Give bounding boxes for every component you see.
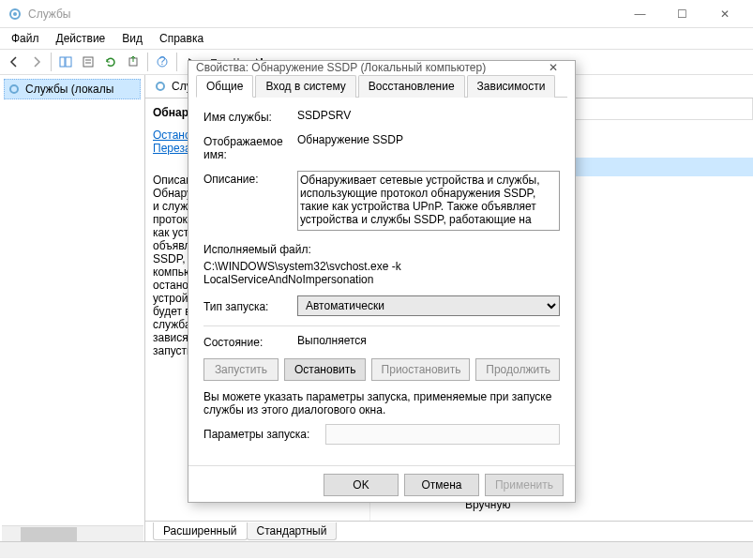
back-button[interactable]: [4, 52, 24, 72]
menu-action[interactable]: Действие: [49, 30, 113, 47]
resume-button: Продолжить: [475, 358, 560, 381]
view-tabs: Расширенный Стандартный: [145, 521, 753, 541]
tree-hscroll[interactable]: [2, 525, 143, 541]
description-label: Описание:: [203, 171, 297, 186]
properties-dialog: Свойства: Обнаружение SSDP (Локальный ко…: [188, 60, 576, 503]
dialog-title: Свойства: Обнаружение SSDP (Локальный ко…: [196, 61, 539, 74]
service-control-buttons: Запустить Остановить Приостановить Продо…: [203, 358, 560, 381]
dialog-pane: Имя службы: SSDPSRV Отображаемое имя: Об…: [188, 98, 575, 465]
gear-icon: [8, 7, 23, 22]
tab-general[interactable]: Общие: [196, 75, 253, 98]
tab-extended[interactable]: Расширенный: [153, 522, 248, 540]
svg-rect-3: [66, 57, 71, 67]
pause-button: Приостановить: [371, 358, 471, 381]
cancel-button[interactable]: Отмена: [404, 474, 479, 496]
stop-button[interactable]: Остановить: [284, 358, 366, 381]
start-params-label: Параметры запуска:: [203, 428, 325, 441]
apply-button: Применить: [485, 474, 564, 496]
menu-file[interactable]: Файл: [4, 30, 47, 47]
executable-label: Исполняемый файл:: [203, 243, 311, 256]
display-name-label: Отображаемое имя:: [203, 133, 297, 161]
view-button[interactable]: [55, 52, 76, 72]
window-title: Службы: [28, 8, 619, 21]
svg-rect-4: [83, 57, 93, 67]
svg-point-15: [157, 83, 164, 90]
tree-pane: Службы (локалы: [0, 75, 145, 541]
properties-button[interactable]: [78, 52, 98, 72]
executable-value: C:\WINDOWS\system32\svchost.exe -k Local…: [203, 260, 560, 286]
gear-icon: [153, 79, 168, 94]
menu-help[interactable]: Справка: [152, 30, 211, 47]
tab-standard[interactable]: Стандартный: [247, 522, 338, 540]
tree-node-label: Службы (локалы: [25, 83, 113, 96]
statusbar: [0, 541, 753, 558]
tab-dependencies[interactable]: Зависимости: [467, 75, 556, 98]
tab-logon[interactable]: Вход в систему: [255, 75, 355, 98]
separator: [203, 325, 560, 326]
titlebar: Службы — ☐ ✕: [0, 0, 753, 28]
service-name-label: Имя службы:: [203, 109, 297, 124]
startup-type-label: Тип запуска:: [203, 298, 297, 313]
state-value: Выполняется: [297, 334, 560, 347]
dialog-buttons: OK Отмена Применить: [188, 465, 575, 504]
export-button[interactable]: [123, 52, 143, 72]
start-button: Запустить: [203, 358, 279, 381]
separator: [147, 53, 148, 71]
dialog-titlebar[interactable]: Свойства: Обнаружение SSDP (Локальный ко…: [188, 61, 575, 74]
tab-recovery[interactable]: Восстановление: [358, 75, 465, 98]
maximize-button[interactable]: ☐: [661, 0, 703, 27]
start-params-hint: Вы можете указать параметры запуска, при…: [203, 390, 560, 416]
separator: [176, 53, 177, 71]
close-button[interactable]: ✕: [703, 0, 745, 27]
gear-icon: [7, 82, 22, 97]
cell-state: [370, 504, 459, 506]
separator: [51, 53, 52, 71]
refresh-button[interactable]: [100, 52, 121, 72]
forward-button[interactable]: [26, 52, 47, 72]
service-name-value: SSDPSRV: [297, 109, 560, 122]
svg-text:?: ?: [159, 55, 166, 68]
description-textarea[interactable]: Обнаруживает сетевые устройства и службы…: [297, 171, 560, 231]
menubar: Файл Действие Вид Справка: [0, 28, 753, 49]
svg-rect-2: [60, 57, 65, 67]
dialog-tabs: Общие Вход в систему Восстановление Зави…: [196, 74, 567, 98]
ok-button[interactable]: OK: [324, 474, 399, 496]
start-params-input: [325, 424, 560, 445]
tree-node-services[interactable]: Службы (локалы: [4, 79, 141, 99]
display-name-value: Обнаружение SSDP: [297, 133, 560, 146]
dialog-close-button[interactable]: ✕: [539, 61, 567, 74]
menu-view[interactable]: Вид: [114, 30, 150, 47]
startup-type-select[interactable]: Автоматически: [297, 295, 560, 316]
state-label: Состояние:: [203, 334, 297, 349]
svg-point-1: [13, 12, 17, 16]
minimize-button[interactable]: —: [619, 0, 661, 27]
help-button[interactable]: ?: [152, 52, 173, 72]
svg-point-14: [10, 85, 18, 93]
